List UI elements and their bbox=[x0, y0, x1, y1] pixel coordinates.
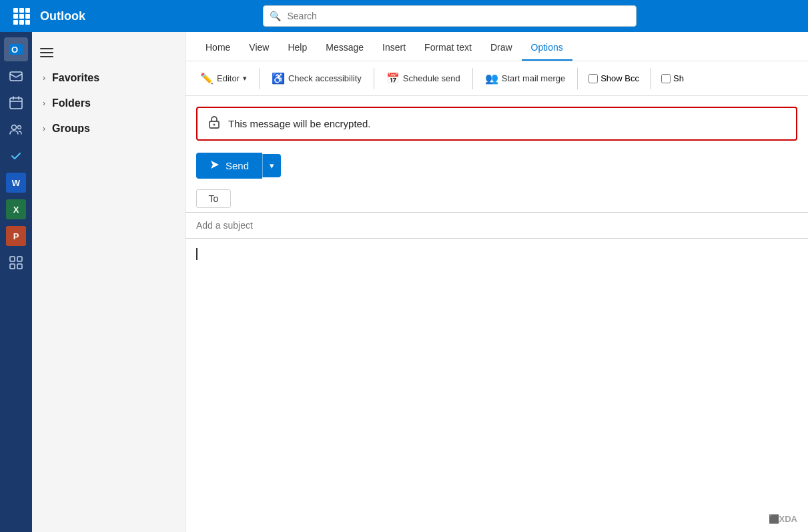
editor-button[interactable]: ✏️ Editor ▾ bbox=[193, 69, 254, 88]
accessibility-icon: ♿ bbox=[272, 72, 285, 85]
body-area[interactable]: ⬛XDA bbox=[185, 239, 808, 532]
svg-rect-2 bbox=[10, 72, 22, 81]
tab-insert[interactable]: Insert bbox=[373, 37, 415, 61]
mail-merge-label: Start mail merge bbox=[502, 73, 565, 83]
mail-merge-button[interactable]: 👥 Start mail merge bbox=[478, 69, 572, 88]
schedule-icon: 📅 bbox=[386, 72, 400, 85]
nav-item-folders[interactable]: › Folders bbox=[32, 91, 185, 116]
send-label: Send bbox=[226, 160, 249, 171]
xda-watermark: ⬛XDA bbox=[769, 514, 797, 524]
chevron-down-icon: ▾ bbox=[270, 161, 274, 171]
favorites-label: Favorites bbox=[52, 72, 99, 84]
mail-merge-icon: 👥 bbox=[485, 72, 498, 85]
svg-point-11 bbox=[214, 124, 216, 126]
chevron-right-icon: › bbox=[43, 73, 45, 83]
title-bar: Outlook 🔍 bbox=[0, 0, 808, 32]
editor-label: Editor bbox=[217, 73, 240, 83]
tab-options[interactable]: Options bbox=[522, 37, 572, 61]
encryption-notice: This message will be encrypted. bbox=[196, 107, 797, 141]
tab-home[interactable]: Home bbox=[196, 37, 240, 61]
svg-text:O: O bbox=[11, 45, 18, 55]
chevron-right-icon: › bbox=[43, 99, 45, 108]
lock-icon bbox=[207, 115, 222, 133]
tab-message[interactable]: Message bbox=[316, 37, 373, 61]
check-accessibility-button[interactable]: ♿ Check accessibility bbox=[265, 69, 368, 88]
encryption-message: This message will be encrypted. bbox=[228, 118, 370, 129]
subject-input[interactable] bbox=[196, 220, 797, 231]
nav-item-groups[interactable]: › Groups bbox=[32, 116, 185, 141]
show-from-group[interactable]: Sh bbox=[656, 70, 689, 87]
search-input[interactable] bbox=[263, 5, 637, 27]
show-bcc-label: Show Bcc bbox=[600, 73, 639, 83]
schedule-send-label: Schedule send bbox=[403, 73, 460, 83]
to-field: To bbox=[185, 185, 808, 213]
main-layout: O bbox=[0, 32, 808, 532]
chevron-down-icon: ▾ bbox=[243, 74, 247, 83]
tab-help[interactable]: Help bbox=[278, 37, 316, 61]
tab-format-text[interactable]: Format text bbox=[415, 37, 481, 61]
svg-point-4 bbox=[12, 125, 17, 130]
svg-rect-3 bbox=[10, 98, 22, 109]
show-from-checkbox[interactable] bbox=[661, 74, 671, 83]
send-area: Send ▾ bbox=[185, 146, 808, 185]
content-area: › Favorites › Folders › Groups Home View… bbox=[32, 32, 808, 532]
sidebar-item-powerpoint[interactable]: P bbox=[4, 224, 28, 248]
show-from-label: Sh bbox=[673, 73, 684, 83]
groups-label: Groups bbox=[52, 123, 90, 135]
waffle-icon[interactable] bbox=[11, 5, 32, 27]
to-button[interactable]: To bbox=[196, 189, 231, 208]
folders-label: Folders bbox=[52, 97, 91, 109]
svg-rect-8 bbox=[10, 264, 15, 269]
tab-draw[interactable]: Draw bbox=[481, 37, 522, 61]
svg-rect-7 bbox=[17, 257, 22, 261]
svg-rect-9 bbox=[17, 264, 22, 269]
divider bbox=[472, 68, 473, 89]
hamburger-menu[interactable] bbox=[40, 48, 53, 57]
send-button[interactable]: Send bbox=[196, 153, 262, 179]
sidebar-item-word[interactable]: W bbox=[4, 171, 28, 195]
search-bar: 🔍 bbox=[263, 5, 637, 27]
send-icon bbox=[210, 159, 220, 172]
divider bbox=[259, 68, 260, 89]
nav-panel: › Favorites › Folders › Groups bbox=[32, 32, 185, 532]
schedule-send-button[interactable]: 📅 Schedule send bbox=[380, 69, 467, 88]
svg-rect-6 bbox=[10, 257, 15, 261]
show-bcc-checkbox[interactable] bbox=[588, 74, 598, 83]
nav-item-favorites[interactable]: › Favorites bbox=[32, 65, 185, 91]
to-input[interactable] bbox=[238, 191, 797, 207]
chevron-right-icon: › bbox=[43, 124, 45, 133]
sidebar-item-calendar[interactable] bbox=[4, 91, 28, 115]
sidebar-item-people[interactable] bbox=[4, 117, 28, 141]
check-accessibility-label: Check accessibility bbox=[288, 73, 362, 83]
ribbon-area: Home View Help Message Insert Format tex… bbox=[185, 32, 808, 532]
svg-point-5 bbox=[18, 126, 21, 129]
show-bcc-group[interactable]: Show Bcc bbox=[583, 70, 645, 87]
editor-icon: ✏️ bbox=[200, 72, 214, 85]
ribbon-toolbar: ✏️ Editor ▾ ♿ Check accessibility 📅 Sche… bbox=[185, 61, 808, 96]
divider bbox=[374, 68, 374, 89]
icon-sidebar: O bbox=[0, 32, 32, 532]
tab-view[interactable]: View bbox=[240, 37, 278, 61]
ribbon-tabs: Home View Help Message Insert Format tex… bbox=[185, 32, 808, 61]
subject-field bbox=[185, 213, 808, 239]
app-name: Outlook bbox=[40, 9, 93, 23]
sidebar-item-apps[interactable] bbox=[4, 251, 28, 275]
send-dropdown-button[interactable]: ▾ bbox=[262, 154, 281, 177]
sidebar-item-todo[interactable] bbox=[4, 144, 28, 168]
text-cursor bbox=[196, 248, 197, 260]
sidebar-item-outlook[interactable]: O bbox=[4, 37, 28, 61]
divider bbox=[650, 68, 651, 89]
divider bbox=[577, 68, 578, 89]
search-icon: 🔍 bbox=[270, 11, 281, 21]
sidebar-item-mail[interactable] bbox=[4, 64, 28, 88]
email-compose: This message will be encrypted. Send ▾ bbox=[185, 96, 808, 532]
sidebar-item-excel[interactable]: X bbox=[4, 197, 28, 221]
